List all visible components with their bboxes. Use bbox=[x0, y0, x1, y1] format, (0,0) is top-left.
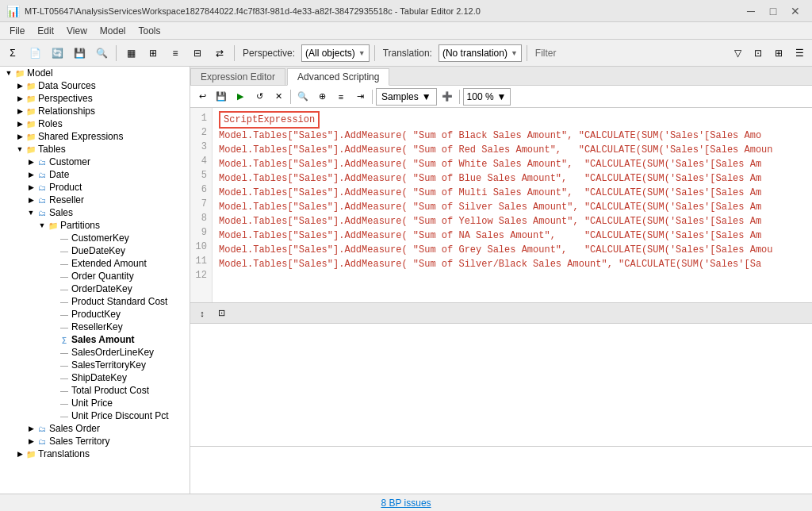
script-back-btn[interactable]: ↩ bbox=[193, 88, 211, 106]
toolbar-btn-9[interactable]: ⊟ bbox=[188, 44, 207, 63]
tree-item-partitions[interactable]: ▼ 📁 Partitions bbox=[0, 219, 190, 232]
script-replace-btn[interactable]: ⊕ bbox=[313, 88, 331, 106]
script-undo-btn[interactable]: ↺ bbox=[251, 88, 268, 106]
bottom-sort-btn[interactable]: ↕ bbox=[193, 305, 211, 322]
tree-item-unit-price-discount[interactable]: ▶ — Unit Price Discount Pct bbox=[0, 409, 190, 422]
prodkey-icon: — bbox=[59, 309, 70, 320]
perspective-label: Perspective: bbox=[239, 48, 298, 59]
tree-item-total-product-cost[interactable]: ▶ — Total Product Cost bbox=[0, 384, 190, 397]
perspective-dropdown[interactable]: (All objects) ▼ bbox=[301, 44, 370, 62]
title-bar-controls: ─ □ ✕ bbox=[741, 2, 806, 20]
datasources-icon: 📁 bbox=[25, 80, 36, 91]
tree-item-sales-amount[interactable]: ▶ ∑ Sales Amount bbox=[0, 333, 190, 346]
tree-item-reseller[interactable]: ▶ 🗂 Reseller bbox=[0, 194, 190, 206]
odatekey-label: OrderDateKey bbox=[71, 283, 132, 294]
toolbar-btn-1[interactable]: Σ bbox=[3, 44, 22, 63]
product-label: Product bbox=[49, 182, 82, 193]
samples-button[interactable]: Samples ▼ bbox=[376, 88, 437, 106]
datasources-label: Data Sources bbox=[38, 80, 96, 91]
script-search-btn[interactable]: 🔍 bbox=[294, 88, 312, 106]
toolbar-btn-8[interactable]: ≡ bbox=[166, 44, 185, 63]
view-btn-1[interactable]: ⊡ bbox=[749, 44, 768, 63]
tables-icon: 📁 bbox=[25, 144, 36, 155]
toolbar-btn-7[interactable]: ⊞ bbox=[144, 44, 163, 63]
tree-root[interactable]: ▼ 📁 Model bbox=[0, 67, 190, 79]
translation-dropdown[interactable]: (No translation) ▼ bbox=[439, 44, 522, 62]
filter-icon-btn[interactable]: ▽ bbox=[728, 44, 747, 63]
tree-item-translations[interactable]: ▶ 📁 Translations bbox=[0, 448, 190, 460]
tree-item-orderdatekey[interactable]: ▶ — OrderDateKey bbox=[0, 282, 190, 295]
customerkey-label: CustomerKey bbox=[71, 232, 129, 244]
title-bar-left: 📊 MT-LT05647\AnalysisServicesWorkspace18… bbox=[6, 5, 481, 17]
sdk-label: ShipDateKey bbox=[71, 372, 127, 383]
tab-expression-editor[interactable]: Expression Editor bbox=[190, 68, 285, 85]
script-indent-btn[interactable]: ⇥ bbox=[351, 88, 369, 106]
script-lines-btn[interactable]: ≡ bbox=[332, 88, 350, 106]
toolbar-btn-5[interactable]: 🔍 bbox=[92, 44, 111, 63]
trans-icon: 📁 bbox=[25, 448, 36, 459]
tree-item-shipdatekey[interactable]: ▶ — ShipDateKey bbox=[0, 371, 190, 384]
tree-item-resellerkey[interactable]: ▶ — ResellerKey bbox=[0, 321, 190, 333]
perspectives-icon: 📁 bbox=[25, 93, 36, 104]
toolbar-btn-6[interactable]: ▦ bbox=[121, 44, 140, 63]
tree-item-product-std-cost[interactable]: ▶ — Product Standard Cost bbox=[0, 295, 190, 308]
tree-item-sales-territory[interactable]: ▶ 🗂 Sales Territory bbox=[0, 435, 190, 448]
script-run-btn[interactable]: ▶ bbox=[232, 88, 249, 106]
menu-model[interactable]: Model bbox=[94, 24, 132, 38]
tree-item-order-quantity[interactable]: ▶ — Order Quantity bbox=[0, 270, 190, 282]
tree-item-salesorderlinekey[interactable]: ▶ — SalesOrderLineKey bbox=[0, 346, 190, 359]
tab-advanced-scripting[interactable]: Advanced Scripting bbox=[287, 68, 389, 86]
script-save-btn[interactable]: 💾 bbox=[213, 88, 230, 106]
tree-item-customerkey[interactable]: ▶ — CustomerKey bbox=[0, 232, 190, 244]
toolbar-btn-4[interactable]: 💾 bbox=[70, 44, 89, 63]
tree-item-productkey[interactable]: ▶ — ProductKey bbox=[0, 308, 190, 321]
close-button[interactable]: ✕ bbox=[785, 2, 806, 20]
samples-arrow-icon: ▼ bbox=[422, 91, 431, 102]
status-bar[interactable]: 8 BP issues bbox=[0, 494, 812, 511]
solkey-arrow: ▶ bbox=[48, 347, 59, 358]
reseller-arrow: ▶ bbox=[25, 194, 36, 206]
bottom-panel: ↕ ⊡ bbox=[190, 303, 812, 446]
script-add-btn[interactable]: ➕ bbox=[439, 88, 456, 106]
tree-item-shared-expressions[interactable]: ▶ 📁 Shared Expressions bbox=[0, 130, 190, 143]
menu-view[interactable]: View bbox=[60, 24, 94, 38]
code-area[interactable]: 1 2 3 4 5 6 7 8 9 10 11 12 ScriptExpress… bbox=[190, 108, 812, 303]
tree-item-roles[interactable]: ▶ 📁 Roles bbox=[0, 117, 190, 130]
tree-item-tables[interactable]: ▼ 📁 Tables bbox=[0, 143, 190, 156]
date-label: Date bbox=[49, 169, 69, 180]
tree-item-salesterykey[interactable]: ▶ — SalesTerritoryKey bbox=[0, 359, 190, 371]
toolbar-btn-3[interactable]: 🔄 bbox=[48, 44, 67, 63]
code-content[interactable]: ScriptExpression Model.Tables["Sales"].A… bbox=[213, 108, 812, 302]
tree-item-duedatekey[interactable]: ▶ — DueDateKey bbox=[0, 244, 190, 257]
bottom-col-btn[interactable]: ⊡ bbox=[213, 305, 230, 322]
root-arrow: ▼ bbox=[3, 67, 14, 79]
menu-edit[interactable]: Edit bbox=[31, 24, 60, 38]
menu-tools[interactable]: Tools bbox=[132, 24, 167, 38]
tree-item-customer[interactable]: ▶ 🗂 Customer bbox=[0, 156, 190, 168]
script-cut-btn[interactable]: ✕ bbox=[270, 88, 287, 106]
toolbar-btn-2[interactable]: 📄 bbox=[25, 44, 44, 63]
tree-item-extended-amount[interactable]: ▶ — Extended Amount bbox=[0, 257, 190, 270]
ln-2: 2 bbox=[195, 125, 207, 140]
tree-item-product[interactable]: ▶ 🗂 Product bbox=[0, 181, 190, 194]
menu-file[interactable]: File bbox=[3, 24, 31, 38]
tree-item-sales[interactable]: ▼ 🗂 Sales bbox=[0, 206, 190, 219]
tree-item-datasources[interactable]: ▶ 📁 Data Sources bbox=[0, 79, 190, 92]
view-btn-2[interactable]: ⊞ bbox=[769, 44, 788, 63]
view-btn-3[interactable]: ☰ bbox=[790, 44, 809, 63]
tree-item-unit-price[interactable]: ▶ — Unit Price bbox=[0, 397, 190, 409]
tree-item-sales-order[interactable]: ▶ 🗂 Sales Order bbox=[0, 422, 190, 435]
bp-issues-link[interactable]: 8 BP issues bbox=[381, 498, 431, 509]
stk-arrow: ▶ bbox=[48, 359, 59, 371]
zoom-select[interactable]: 100 % ▼ bbox=[463, 88, 511, 106]
tree-item-perspectives[interactable]: ▶ 📁 Perspectives bbox=[0, 92, 190, 105]
perspectives-label: Perspectives bbox=[38, 93, 93, 104]
toolbar-btn-10[interactable]: ⇄ bbox=[210, 44, 229, 63]
maximize-button[interactable]: □ bbox=[763, 2, 783, 20]
zoom-value: 100 % bbox=[467, 91, 494, 102]
sales-icon: 🗂 bbox=[36, 207, 48, 218]
order-qty-arrow: ▶ bbox=[48, 271, 59, 282]
tree-item-date[interactable]: ▶ 🗂 Date bbox=[0, 168, 190, 181]
tree-item-relationships[interactable]: ▶ 📁 Relationships bbox=[0, 105, 190, 117]
minimize-button[interactable]: ─ bbox=[741, 2, 761, 20]
